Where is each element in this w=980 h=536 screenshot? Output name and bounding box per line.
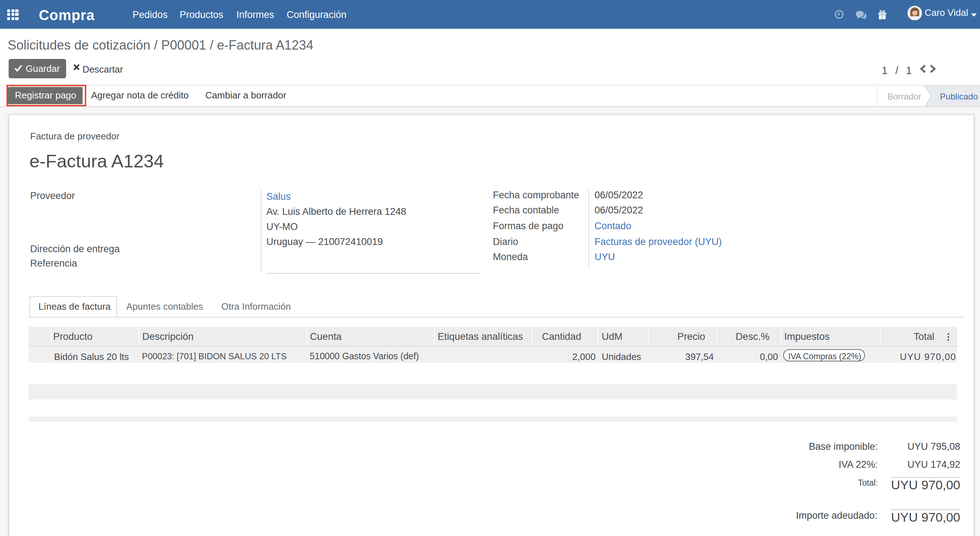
svg-text:Publicado: Publicado (940, 91, 978, 101)
svg-text:Borrador: Borrador (888, 91, 921, 101)
